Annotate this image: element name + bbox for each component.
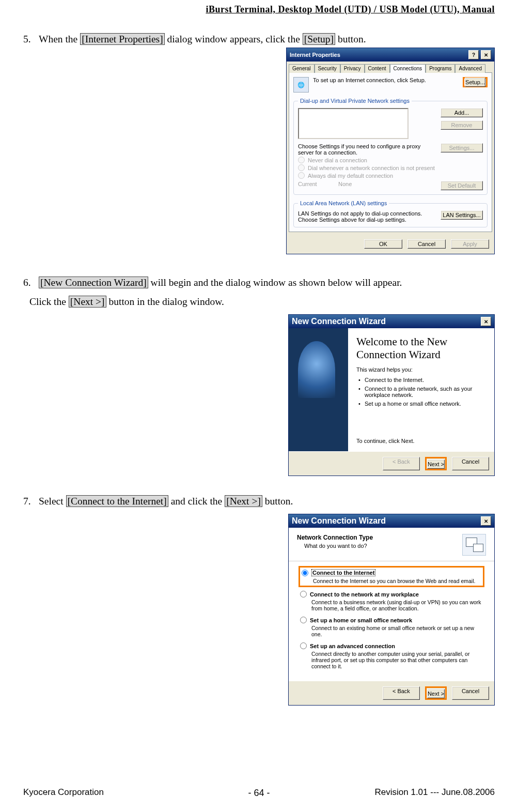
dialup-fieldset: Dial-up and Virtual Private Network sett…	[293, 98, 488, 195]
bullet-1: Connect to the Internet.	[359, 377, 486, 383]
step-7-text-c: button.	[265, 496, 293, 507]
close-icon[interactable]: ✕	[481, 516, 491, 526]
step-7-text-b: and click the	[171, 496, 225, 507]
radio-dial-whenever: Dial whenever a network connection is no…	[298, 164, 483, 171]
page-number: - 64 -	[0, 788, 518, 799]
apply-button: Apply	[451, 239, 489, 249]
step-5-highlight-2: [Setup]	[303, 33, 335, 45]
lan-text: LAN Settings do not apply to dial-up con…	[298, 210, 436, 223]
tab-connections[interactable]: Connections	[390, 64, 426, 73]
step-6-line2-b: button in the dialog window.	[108, 296, 224, 307]
next-highlight: Next >	[425, 457, 447, 470]
radio-never-dial-input	[298, 157, 305, 163]
tab-privacy[interactable]: Privacy	[340, 64, 365, 73]
close-icon[interactable]: ✕	[481, 50, 491, 59]
step-6-number: 6.	[23, 273, 39, 292]
option-4-label: Set up an advanced connection	[310, 643, 395, 649]
option-2-desc: Connect to a business network (using dia…	[311, 599, 483, 611]
settings-button: Settings...	[441, 143, 483, 152]
tab-programs[interactable]: Programs	[426, 64, 455, 73]
remove-button: Remove	[441, 120, 483, 130]
option-workplace[interactable]: Connect to the network at my workplace C…	[300, 591, 483, 611]
radio-workplace[interactable]	[300, 591, 307, 597]
next-button[interactable]: Next >	[427, 459, 445, 469]
setup-text: To set up an Internet connection, click …	[313, 77, 459, 83]
help-icon[interactable]: ?	[468, 50, 479, 59]
bullet-2: Connect to a private network, such as yo…	[359, 386, 486, 398]
option-3-label: Set up a home or small office network	[310, 617, 412, 623]
cancel-button[interactable]: Cancel	[452, 457, 489, 470]
step-5: 5. When the [Internet Properties] dialog…	[23, 29, 495, 49]
radio-advanced[interactable]	[300, 642, 307, 649]
set-default-button: Set Default	[441, 181, 483, 190]
wizard-type-screenshot: New Connection Wizard ✕ Network Connecti…	[288, 514, 495, 706]
current-label: Current	[298, 181, 334, 187]
step-7: 7. Select [Connect to the Internet] and …	[23, 492, 495, 511]
tab-security[interactable]: Security	[315, 64, 340, 73]
wiz1-titlebar[interactable]: New Connection Wizard ✕	[289, 315, 494, 328]
step-5-text-b: dialog window appears, click the	[167, 34, 303, 44]
tab-general[interactable]: General	[289, 64, 315, 73]
cancel-button[interactable]: Cancel	[452, 686, 489, 700]
current-value: None	[338, 181, 352, 187]
bullet-3: Set up a home or small office network.	[359, 401, 486, 407]
ip-tabs: General Security Privacy Content Connect…	[287, 62, 494, 72]
settings-hint: Choose Settings if you need to configure…	[298, 143, 436, 156]
lan-settings-button[interactable]: LAN Settings...	[441, 210, 483, 220]
radio-always-dial-label: Always dial my default connection	[308, 173, 393, 179]
wiz2-titlebar[interactable]: New Connection Wizard ✕	[289, 514, 494, 528]
step-6-highlight-1: [New Connection Wizard]	[39, 277, 148, 288]
step-6: 6. [New Connection Wizard] will begin an…	[23, 273, 495, 311]
radio-never-dial: Never dial a connection	[298, 157, 483, 163]
ok-button[interactable]: OK	[364, 239, 402, 249]
close-icon[interactable]: ✕	[481, 317, 491, 326]
back-button[interactable]: < Back	[383, 686, 420, 700]
radio-connect-internet[interactable]	[302, 570, 308, 576]
radio-always-dial-input	[298, 172, 305, 179]
tab-content[interactable]: Content	[365, 64, 390, 73]
step-6-text-a: will begin and the dialog window as show…	[151, 277, 402, 288]
next-button[interactable]: Next >	[427, 689, 445, 698]
connection-listbox[interactable]	[298, 108, 409, 139]
page-header: iBurst Terminal, Desktop Model (UTD) / U…	[23, 0, 495, 15]
option-1-label: Connect to the Internet	[311, 569, 375, 576]
step-5-highlight-1: [Internet Properties]	[80, 33, 165, 45]
radio-home-network[interactable]	[300, 617, 307, 623]
setup-button[interactable]: Setup...	[465, 78, 485, 87]
setup-highlight: Setup...	[463, 77, 488, 87]
wizard-side-graphic	[289, 328, 348, 451]
ip-title: Internet Properties	[290, 52, 466, 58]
radio-dial-whenever-input	[298, 164, 305, 171]
step-5-number: 5.	[23, 29, 39, 49]
option-4-desc: Connect directly to another computer usi…	[311, 651, 483, 669]
globe-icon: 🌐	[293, 77, 309, 93]
ip-titlebar[interactable]: Internet Properties ? ✕	[287, 48, 494, 62]
option-connect-internet[interactable]: Connect to the Internet Connect to the I…	[300, 568, 483, 586]
wiz2-subheading: What do you want to do?	[304, 543, 462, 549]
step-7-highlight-2: [Next >]	[225, 495, 262, 507]
radio-never-dial-label: Never dial a connection	[308, 157, 367, 163]
wiz2-heading: Network Connection Type	[297, 534, 462, 541]
wiz2-header: Network Connection Type What do you want…	[289, 528, 494, 561]
wiz2-title: New Connection Wizard	[292, 516, 479, 526]
connection-icon	[462, 534, 486, 556]
internet-properties-screenshot: Internet Properties ? ✕ General Security…	[286, 48, 495, 254]
option-3-desc: Connect to an existing home or small off…	[311, 625, 483, 637]
step-5-text: When the	[39, 34, 80, 44]
step-5-text-c: button.	[338, 34, 366, 44]
next-highlight: Next >	[425, 686, 447, 700]
option-advanced[interactable]: Set up an advanced connection Connect di…	[300, 642, 483, 669]
radio-always-dial: Always dial my default connection	[298, 172, 483, 179]
option-2-label: Connect to the network at my workplace	[310, 591, 419, 597]
wiz1-title: New Connection Wizard	[292, 317, 479, 326]
cancel-button[interactable]: Cancel	[407, 239, 446, 249]
wizard-helps-text: This wizard helps you:	[356, 366, 486, 373]
add-button[interactable]: Add...	[441, 108, 483, 117]
option-1-desc: Connect to the Internet so you can brows…	[313, 578, 481, 584]
wizard-continue-text: To continue, click Next.	[356, 438, 486, 444]
option-home-network[interactable]: Set up a home or small office network Co…	[300, 617, 483, 637]
dialup-legend: Dial-up and Virtual Private Network sett…	[298, 98, 412, 104]
lan-fieldset: Local Area Network (LAN) settings LAN Se…	[293, 200, 488, 227]
step-7-number: 7.	[23, 492, 39, 511]
tab-advanced[interactable]: Advanced	[455, 64, 485, 73]
